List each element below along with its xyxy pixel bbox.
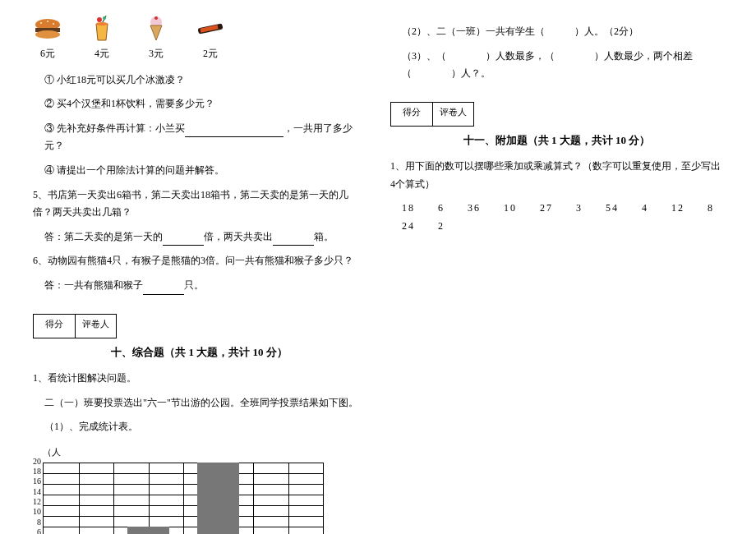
- item-burger: 6元: [33, 16, 62, 63]
- left-column: 6元 4元 3元 2元 ① 小红18元可以买几个冰激凌？: [33, 16, 366, 534]
- question-6: 6、动物园有熊猫4只，有猴子是熊猫的3倍。问一共有熊猫和猴子多少只？: [33, 252, 366, 270]
- q3-part-a: ③ 先补充好条件再计算：小兰买: [44, 122, 185, 134]
- svg-point-4: [47, 21, 48, 22]
- section-10-title: 十、综合题（共 1 大题，共计 10 分）: [33, 343, 366, 361]
- price-burger: 6元: [40, 45, 55, 63]
- q5-ans-b: 倍，两天共卖出: [204, 231, 273, 242]
- q5-ans-c: 箱。: [314, 231, 334, 242]
- score-box-11: 得分 评卷人: [390, 102, 474, 127]
- question-4: ④ 请提出一个用除法计算的问题并解答。: [44, 162, 366, 180]
- items-row: 6元 4元 3元 2元: [33, 16, 366, 63]
- item-drink: 4元: [87, 16, 117, 63]
- s10-q1-desc: 二（一）班要投票选出"六一"节出游的公园。全班同学投票结果如下图。: [44, 394, 366, 412]
- price-icecream: 3元: [149, 45, 164, 63]
- q6-ans-a: 答：一共有熊猫和猴子: [44, 279, 143, 291]
- question-1: ① 小红18元可以买几个冰激凌？: [44, 71, 366, 90]
- section-11-title: 十一、附加题（共 1 大题，共计 10 分）: [390, 131, 723, 150]
- price-chocolate: 2元: [203, 45, 218, 63]
- page-content: 6元 4元 3元 2元 ① 小红18元可以买几个冰激凌？: [33, 16, 723, 534]
- icecream-icon: [141, 16, 171, 41]
- blank-q6: [143, 283, 184, 295]
- question-6-answer: 答：一共有熊猫和猴子只。: [44, 277, 366, 295]
- price-drink: 4元: [94, 45, 109, 63]
- question-2: ② 买4个汉堡和1杯饮料，需要多少元？: [44, 95, 366, 113]
- question-5: 5、书店第一天卖出6箱书，第二天卖出18箱书，第二天卖的是第一天的几倍？两天共卖…: [33, 186, 366, 222]
- blank-q5-2: [273, 233, 314, 246]
- right-column: （2）、二（一班）一共有学生（ ）人。（2分） （3）、（ ）人数最多，（ ）人…: [390, 16, 723, 534]
- svg-point-8: [103, 16, 106, 20]
- q6-ans-b: 只。: [184, 279, 204, 291]
- y-axis-label: （人: [43, 444, 366, 461]
- plot-area: [43, 463, 323, 535]
- grader-label-r: 评卷人: [433, 103, 474, 126]
- question-5-answer: 答：第二天卖的是第一天的倍，两天共卖出箱。: [44, 228, 366, 246]
- r-q2: （2）、二（一班）一共有学生（ ）人。（2分）: [402, 23, 723, 41]
- chocolate-icon: [196, 16, 225, 41]
- blank-q5-1: [163, 233, 204, 246]
- question-3: ③ 先补充好条件再计算：小兰买，一共用了多少元？: [44, 120, 366, 155]
- score-box-10: 得分 评卷人: [33, 314, 117, 338]
- s10-q1: 1、看统计图解决问题。: [33, 370, 366, 388]
- item-chocolate: 2元: [196, 16, 225, 63]
- svg-point-5: [53, 23, 54, 25]
- grader-label: 评卷人: [76, 315, 117, 338]
- bar-2: [197, 463, 239, 535]
- drink-icon: [87, 16, 117, 41]
- r-q3: （3）、（ ）人数最多，（ ）人数最少，两个相差（ ）人？。: [402, 48, 723, 83]
- burger-icon: [33, 16, 62, 41]
- score-label-r: 得分: [391, 103, 433, 126]
- svg-point-11: [154, 16, 158, 20]
- numbers-row: 18 6 36 10 27 3 54 4 12 8 24 2: [402, 200, 723, 235]
- bars: [44, 463, 323, 535]
- bar-1: [127, 527, 169, 535]
- svg-point-2: [35, 30, 60, 39]
- blank-q3: [185, 125, 284, 137]
- y-ticks: 20 18 16 14 12 10 8 6 4 2 0: [33, 463, 43, 535]
- s10-q1-1: （1）、完成统计表。: [44, 418, 366, 436]
- bar-chart: （人 20 18 16 14 12 10 8 6 4 2 0: [33, 444, 366, 534]
- score-label: 得分: [34, 315, 76, 338]
- item-icecream: 3元: [141, 16, 171, 63]
- svg-point-9: [96, 22, 108, 25]
- q5-ans-a: 答：第二天卖的是第一天的: [44, 231, 163, 242]
- s11-q1: 1、用下面的数可以摆哪些乘加或乘减算式？（数字可以重复使用，至少写出4个算式）: [390, 158, 723, 193]
- svg-point-7: [97, 17, 102, 22]
- svg-point-3: [40, 22, 42, 24]
